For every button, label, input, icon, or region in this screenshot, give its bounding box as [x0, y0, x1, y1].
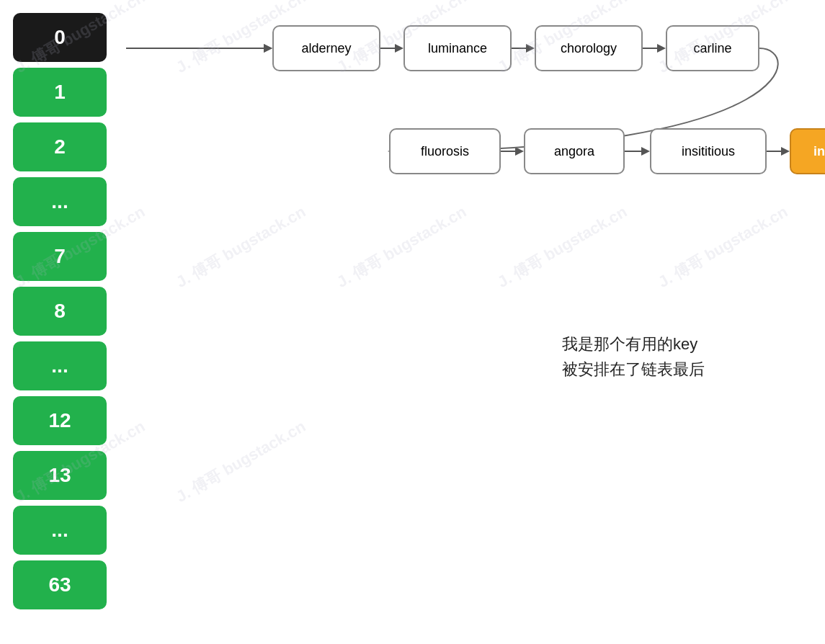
svg-marker-7 [526, 44, 535, 53]
bucket-12: 12 [13, 396, 107, 445]
bucket-13: 13 [13, 451, 107, 500]
node-insincere: insincere [790, 128, 825, 174]
svg-marker-5 [395, 44, 403, 53]
node-fluorosis: fluorosis [389, 128, 501, 174]
bucket-...: ... [13, 341, 107, 390]
bucket-63: 63 [13, 560, 107, 609]
svg-marker-3 [264, 44, 272, 53]
annotation: 我是那个有用的key被安排在了链表最后 [562, 331, 705, 382]
bucket-8: 8 [13, 287, 107, 336]
node-carline: carline [666, 25, 759, 71]
svg-marker-17 [264, 44, 272, 53]
sidebar: 012...78...1213...63 [13, 13, 107, 609]
bucket-7: 7 [13, 232, 107, 281]
svg-marker-11 [515, 147, 524, 156]
svg-marker-9 [657, 44, 666, 53]
node-alderney: alderney [272, 25, 380, 71]
bucket-...: ... [13, 506, 107, 555]
bucket-1: 1 [13, 68, 107, 117]
node-luminance: luminance [403, 25, 512, 71]
bucket-2: 2 [13, 122, 107, 171]
node-insititious: insititious [650, 128, 767, 174]
diagram: alderneyluminancechorologycarlinefluoros… [122, 0, 825, 644]
node-chorology: chorology [535, 25, 643, 71]
bucket-...: ... [13, 177, 107, 226]
arrow-canvas [122, 0, 825, 644]
svg-marker-15 [781, 147, 790, 156]
annotation-line1: 我是那个有用的key [562, 335, 697, 353]
svg-marker-13 [641, 147, 650, 156]
annotation-line2: 被安排在了链表最后 [562, 360, 705, 378]
bucket-0: 0 [13, 13, 107, 62]
node-angora: angora [524, 128, 625, 174]
